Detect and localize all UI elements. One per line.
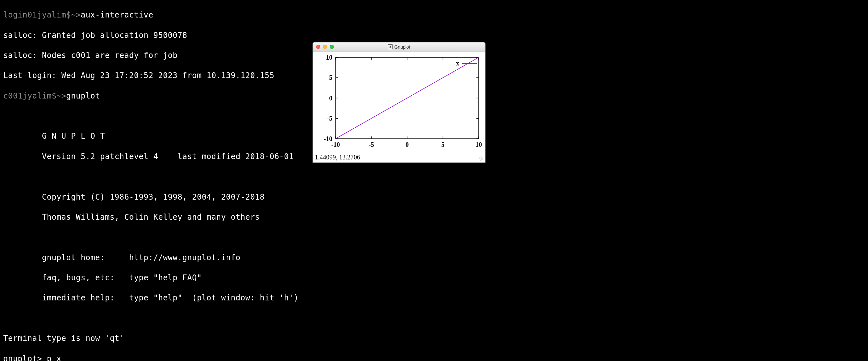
terminal-line: Last login: Wed Aug 23 17:20:52 2023 fro… xyxy=(3,71,299,81)
x-tick-label: 10 xyxy=(475,141,482,148)
prompt-host: login01jyalim$ xyxy=(3,10,71,20)
x-tick-label: -10 xyxy=(331,141,340,148)
window-title: X Gnuplot xyxy=(313,44,485,50)
terminal-blank-line xyxy=(3,313,299,323)
prompt-sep: ~> xyxy=(56,91,66,100)
command-text: aux-interactive xyxy=(81,10,153,20)
x-tick-label: -5 xyxy=(369,141,374,148)
series-line xyxy=(336,57,479,139)
plot-canvas[interactable]: 10 5 0 -5 -10 -10 -5 0 5 10 x xyxy=(313,52,485,153)
y-tick-label: 5 xyxy=(329,74,332,81)
command-text: gnuplot xyxy=(66,91,100,100)
zoom-window-button[interactable] xyxy=(330,45,334,49)
gnuplot-banner-authors: Thomas Williams, Colin Kelley and many o… xyxy=(3,212,299,222)
gnuplot-banner-copyright: Copyright (C) 1986-1993, 1998, 2004, 200… xyxy=(3,192,299,202)
y-tick-label: -5 xyxy=(327,115,332,122)
terminal-blank-line xyxy=(3,232,299,242)
gnuplot-banner-faq: faq, bugs, etc: type "help FAQ" xyxy=(3,273,299,283)
close-window-button[interactable] xyxy=(316,45,320,49)
plot-svg[interactable]: 10 5 0 -5 -10 -10 -5 0 5 10 x xyxy=(316,54,482,152)
minimize-window-button[interactable] xyxy=(323,45,327,49)
y-tick-label: 0 xyxy=(329,95,332,102)
coord-readout-bar: 1.44099, 13.2706 xyxy=(313,153,485,162)
gnuplot-prompt: gnuplot> xyxy=(3,354,47,361)
x-tick-label: 0 xyxy=(405,141,409,148)
terminal-line: salloc: Nodes c001 are ready for job xyxy=(3,51,299,61)
gnuplot-banner-home: gnuplot home: http://www.gnuplot.info xyxy=(3,253,299,263)
gnuplot-banner-title: G N U P L O T xyxy=(3,131,299,141)
terminal-blank-line xyxy=(3,111,299,121)
traffic-lights xyxy=(313,45,334,49)
terminal-blank-line xyxy=(3,172,299,182)
command-text: p x xyxy=(47,354,62,361)
coord-readout: 1.44099, 13.2706 xyxy=(315,154,360,161)
resize-grip[interactable] xyxy=(479,156,483,161)
window-titlebar[interactable]: X Gnuplot xyxy=(313,42,485,52)
terminal[interactable]: login01jyalim$~>aux-interactive salloc: … xyxy=(3,0,299,361)
x-tick-label: 5 xyxy=(441,141,445,148)
terminal-line: Terminal type is now 'qt' xyxy=(3,333,299,343)
gnuplot-window[interactable]: X Gnuplot xyxy=(313,42,486,163)
x11-icon: X xyxy=(388,44,393,49)
gnuplot-banner-help: immediate help: type "help" (plot window… xyxy=(3,293,299,303)
y-tick-label: 10 xyxy=(326,54,332,61)
legend-label: x xyxy=(456,60,459,67)
terminal-line: login01jyalim$~>aux-interactive xyxy=(3,10,299,20)
gnuplot-banner-version: Version 5.2 patchlevel 4 last modified 2… xyxy=(3,152,299,162)
terminal-line: salloc: Granted job allocation 9500078 xyxy=(3,30,299,40)
prompt-sep: ~> xyxy=(71,10,81,20)
terminal-line: c001jyalim$~>gnuplot xyxy=(3,91,299,101)
terminal-line: gnuplot> p x xyxy=(3,354,299,361)
window-title-text: Gnuplot xyxy=(394,44,410,50)
prompt-host: c001jyalim$ xyxy=(3,91,56,100)
